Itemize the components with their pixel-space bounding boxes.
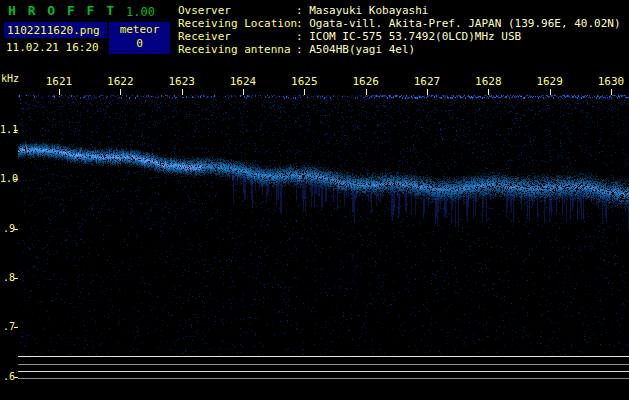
x-tick-label: 1622 xyxy=(105,75,135,88)
x-tick-label: 1630 xyxy=(596,75,626,88)
info-value: : ICOM IC-575 53.7492(0LCD)MHz USB xyxy=(296,30,521,43)
info-label: Receiving Location xyxy=(178,17,297,30)
info-label: Receiver xyxy=(178,30,231,43)
y-tick-label: 1.0 xyxy=(0,173,15,184)
info-value: : Ogata-vill. Akita-Pref. JAPAN (139.96E… xyxy=(296,17,621,30)
spectrogram-canvas xyxy=(18,95,629,355)
x-tick-label: 1629 xyxy=(535,75,565,88)
y-tick-label: .9 xyxy=(0,223,15,234)
info-label: Receiving antenna xyxy=(178,43,291,56)
y-tick-label: .7 xyxy=(0,321,15,332)
signal-level-line xyxy=(18,378,629,379)
info-value: : Masayuki Kobayashi xyxy=(296,4,428,17)
y-tick-label: .8 xyxy=(0,272,15,283)
info-row-receiver: Receiver : ICOM IC-575 53.7492(0LCD)MHz … xyxy=(0,30,629,43)
info-label: Ovserver xyxy=(178,4,231,17)
x-tick-label: 1624 xyxy=(228,75,258,88)
x-tick-label: 1625 xyxy=(289,75,319,88)
info-row-antenna: Receiving antenna : A504HB(yagi 4el) xyxy=(0,43,629,56)
x-tick-label: 1628 xyxy=(473,75,503,88)
info-value: : A504HB(yagi 4el) xyxy=(296,43,415,56)
x-tick-label: 1627 xyxy=(412,75,442,88)
info-row-observer: Ovserver : Masayuki Kobayashi xyxy=(0,4,629,17)
info-row-location: Receiving Location : Ogata-vill. Akita-P… xyxy=(0,17,629,30)
x-tick-label: 1623 xyxy=(167,75,197,88)
x-tick-label: 1626 xyxy=(351,75,381,88)
x-tick-label: 1621 xyxy=(44,75,74,88)
signal-level-line xyxy=(18,364,629,365)
y-tick-label: .6 xyxy=(0,371,15,382)
y-tick-label: 1.1 xyxy=(0,124,15,135)
signal-level-line xyxy=(18,371,629,372)
hrofft-window: H R O F F T 1.00 1102211620.png meteor 0… xyxy=(0,0,629,400)
y-axis-unit: kHz xyxy=(1,73,19,85)
signal-level-line xyxy=(18,356,629,357)
